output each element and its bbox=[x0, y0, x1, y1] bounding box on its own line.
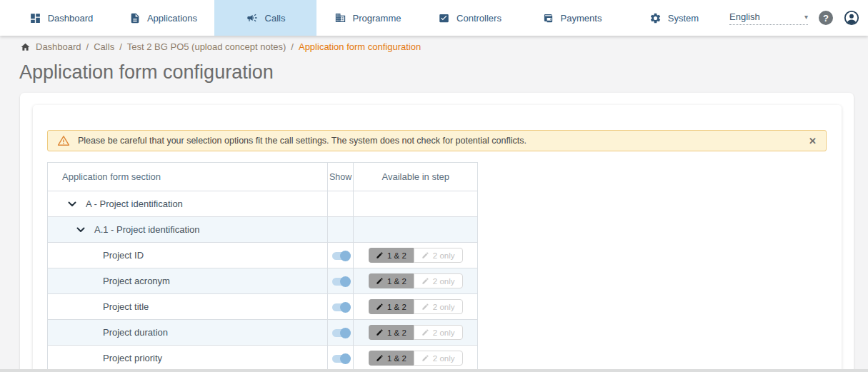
breadcrumb-separator: / bbox=[86, 41, 89, 52]
step-button-label: 2 only bbox=[433, 303, 455, 311]
table-row: Project duration1 & 22 only bbox=[48, 320, 478, 346]
pencil-icon bbox=[376, 354, 384, 362]
step-button-group: 1 & 22 only bbox=[369, 273, 463, 288]
section-label: A - Project identification bbox=[86, 198, 183, 209]
breadcrumb-item[interactable]: Dashboard bbox=[36, 41, 81, 52]
show-toggle[interactable] bbox=[332, 252, 349, 260]
warning-triangle-icon bbox=[57, 135, 70, 146]
available-in-step-cell: 1 & 22 only bbox=[354, 243, 478, 268]
pencil-icon bbox=[376, 328, 384, 336]
step-2-only-button[interactable]: 2 only bbox=[414, 299, 463, 314]
step-button-group: 1 & 22 only bbox=[369, 325, 463, 340]
nav-item-applications[interactable]: Applications bbox=[112, 0, 214, 36]
nav-items: DashboardApplicationsCallsProgrammeContr… bbox=[0, 0, 725, 36]
section-cell: A.1 - Project identification bbox=[48, 217, 328, 243]
warning-banner: Please be careful that your selection op… bbox=[47, 130, 827, 151]
step-1-and-2-button[interactable]: 1 & 2 bbox=[369, 248, 414, 263]
step-button-group: 1 & 22 only bbox=[369, 299, 463, 314]
section-cell: Project title bbox=[48, 294, 328, 320]
step-button-group: 1 & 22 only bbox=[369, 351, 463, 366]
breadcrumb-separator: / bbox=[291, 41, 294, 52]
available-in-step-cell bbox=[354, 217, 478, 243]
step-1-and-2-button[interactable]: 1 & 2 bbox=[369, 273, 414, 288]
chevron-down-icon: ▾ bbox=[804, 13, 808, 21]
step-button-label: 2 only bbox=[433, 328, 455, 337]
nav-item-dashboard[interactable]: Dashboard bbox=[10, 0, 112, 36]
step-button-label: 2 only bbox=[433, 277, 455, 286]
pencil-icon bbox=[421, 328, 429, 336]
pencil-icon bbox=[421, 251, 429, 259]
nav-item-label: Payments bbox=[561, 13, 602, 24]
chevron-down-icon[interactable] bbox=[76, 227, 85, 233]
section-cell: Project duration bbox=[48, 320, 328, 346]
table-header-row: Application form section Show Available … bbox=[48, 163, 478, 191]
home-icon[interactable] bbox=[20, 42, 31, 52]
section-label: Project acronym bbox=[103, 276, 170, 286]
table-row: Project title1 & 22 only bbox=[48, 294, 478, 320]
nav-item-system[interactable]: System bbox=[623, 0, 725, 36]
dashboard-icon bbox=[29, 12, 41, 24]
section-cell: Project ID bbox=[48, 243, 328, 268]
show-cell bbox=[328, 191, 354, 217]
step-1-and-2-button[interactable]: 1 & 2 bbox=[369, 299, 414, 314]
breadcrumb-item[interactable]: Calls bbox=[94, 41, 114, 52]
breadcrumb-item[interactable]: Test 2 BG PO5 (upload concept notes) bbox=[127, 41, 286, 52]
help-icon[interactable]: ? bbox=[819, 11, 833, 25]
show-toggle[interactable] bbox=[332, 278, 349, 286]
nav-item-calls[interactable]: Calls bbox=[214, 0, 316, 36]
nav-item-label: System bbox=[668, 13, 699, 24]
close-icon[interactable]: ✕ bbox=[809, 136, 817, 146]
table-row: A - Project identification bbox=[48, 191, 478, 217]
pencil-icon bbox=[421, 277, 429, 285]
step-button-label: 1 & 2 bbox=[387, 303, 406, 311]
step-1-and-2-button[interactable]: 1 & 2 bbox=[369, 325, 414, 340]
show-cell bbox=[328, 346, 354, 371]
step-button-label: 2 only bbox=[433, 251, 455, 260]
nav-item-payments[interactable]: Payments bbox=[521, 0, 623, 36]
table-row: Project acronym1 & 22 only bbox=[48, 268, 478, 294]
table-row: A.1 - Project identification bbox=[48, 217, 478, 243]
step-2-only-button[interactable]: 2 only bbox=[414, 351, 463, 366]
user-icon[interactable] bbox=[844, 10, 859, 26]
step-button-label: 1 & 2 bbox=[387, 328, 406, 337]
step-button-label: 1 & 2 bbox=[387, 277, 406, 286]
table-row: Project priority1 & 22 only bbox=[48, 346, 478, 371]
section-cell: Project acronym bbox=[48, 268, 328, 294]
nav-item-programme[interactable]: Programme bbox=[316, 0, 419, 36]
show-cell bbox=[328, 320, 354, 346]
pencil-icon bbox=[376, 251, 384, 259]
language-selected-value: English bbox=[729, 11, 760, 22]
system-icon bbox=[649, 12, 662, 24]
step-button-label: 1 & 2 bbox=[387, 354, 406, 363]
nav-item-label: Dashboard bbox=[48, 13, 94, 24]
form-config-card: Please be careful that your selection op… bbox=[33, 105, 842, 372]
language-select[interactable]: English ▾ bbox=[729, 11, 808, 25]
pencil-icon bbox=[376, 277, 384, 285]
step-2-only-button[interactable]: 2 only bbox=[414, 273, 463, 288]
step-2-only-button[interactable]: 2 only bbox=[414, 248, 463, 263]
show-cell bbox=[328, 268, 354, 294]
nav-item-controllers[interactable]: Controllers bbox=[419, 0, 521, 36]
show-toggle[interactable] bbox=[332, 355, 349, 363]
show-cell bbox=[328, 243, 354, 268]
section-cell: Project priority bbox=[48, 346, 328, 371]
nav-item-label: Controllers bbox=[457, 13, 502, 24]
step-button-label: 2 only bbox=[433, 354, 455, 363]
section-label: A.1 - Project identification bbox=[94, 224, 199, 235]
content-card: Please be careful that your selection op… bbox=[20, 93, 854, 372]
nav-item-label: Calls bbox=[265, 13, 286, 24]
show-toggle[interactable] bbox=[332, 329, 349, 337]
step-1-and-2-button[interactable]: 1 & 2 bbox=[369, 351, 414, 366]
pencil-icon bbox=[376, 303, 384, 311]
horizontal-scrollbar[interactable] bbox=[0, 369, 868, 372]
chevron-down-icon[interactable] bbox=[68, 201, 76, 207]
available-in-step-cell: 1 & 22 only bbox=[354, 346, 478, 371]
column-header-show: Show bbox=[328, 163, 354, 191]
section-cell: A - Project identification bbox=[48, 191, 328, 217]
programme-icon bbox=[334, 12, 346, 24]
column-header-section: Application form section bbox=[48, 163, 328, 191]
step-2-only-button[interactable]: 2 only bbox=[414, 325, 463, 340]
top-nav: DashboardApplicationsCallsProgrammeContr… bbox=[0, 0, 868, 36]
show-toggle[interactable] bbox=[332, 303, 349, 311]
payments-icon bbox=[542, 13, 554, 24]
